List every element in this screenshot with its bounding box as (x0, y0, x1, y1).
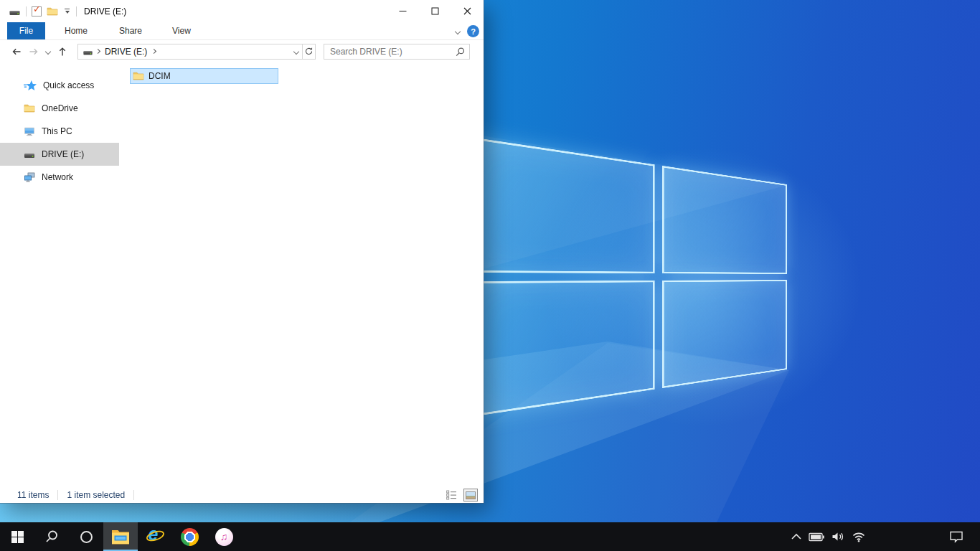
tab-home[interactable]: Home (54, 22, 98, 39)
sidebar-item-label: OneDrive (42, 103, 78, 113)
search-icon[interactable] (455, 47, 466, 57)
title-bar[interactable]: ✓ DRIVE (E:) (0, 0, 484, 22)
up-icon[interactable] (56, 46, 69, 57)
sidebar-item-label: Quick access (43, 80, 94, 90)
selection-count: 1 item selected (58, 490, 133, 500)
refresh-icon[interactable] (303, 44, 315, 59)
network-icon (24, 171, 35, 183)
sidebar-item-label: DRIVE (E:) (42, 149, 84, 159)
sidebar-item-label: This PC (42, 126, 72, 136)
windows-logo (463, 136, 787, 418)
items-count: 11 items (0, 490, 57, 500)
folder-icon (24, 103, 35, 114)
details-view-icon (446, 490, 457, 500)
wifi-icon[interactable] (852, 531, 866, 542)
hidden-icons-chevron-icon[interactable] (791, 533, 802, 540)
large-thumbnails-view-icon (466, 491, 476, 499)
taskbar-file-explorer-button[interactable] (103, 522, 138, 551)
sidebar-item-quick-access[interactable]: Quick access (0, 74, 119, 97)
itunes-icon: ♫ (215, 528, 233, 546)
tab-share[interactable]: Share (108, 22, 153, 39)
separator (133, 490, 134, 500)
action-center-icon (949, 530, 963, 543)
drive-icon (9, 6, 21, 17)
search-icon (44, 529, 59, 544)
close-button[interactable] (451, 0, 484, 22)
address-dropdown-chevron-icon[interactable] (290, 44, 302, 59)
navigation-pane: Quick access OneDrive This PC (0, 62, 119, 487)
status-bar: 11 items 1 item selected (0, 487, 484, 503)
address-bar[interactable]: DRIVE (E:) (77, 44, 316, 60)
breadcrumb-chevron-icon[interactable] (95, 49, 100, 54)
breadcrumb-chevron-icon[interactable] (151, 49, 156, 54)
windows-logo-pane (662, 166, 787, 274)
breadcrumb-drive[interactable]: DRIVE (E:) (105, 47, 147, 57)
quick-access-star-icon (24, 80, 37, 91)
search-input[interactable] (324, 44, 469, 59)
quick-access-toolbar: ✓ (0, 6, 77, 17)
navigation-bar: DRIVE (E:) (0, 40, 484, 62)
system-tray (791, 522, 866, 551)
details-view-button[interactable] (444, 489, 458, 501)
cortana-button[interactable] (69, 522, 103, 551)
itunes-button[interactable]: ♫ (207, 522, 241, 551)
recent-locations-chevron-icon[interactable] (45, 48, 51, 54)
chrome-button[interactable] (172, 522, 207, 551)
folder-icon (133, 70, 144, 82)
chrome-icon (181, 528, 199, 546)
help-icon[interactable]: ? (467, 25, 479, 37)
windows-start-icon (11, 531, 24, 543)
separator (76, 6, 77, 17)
sidebar-item-drive-e[interactable]: DRIVE (E:) (0, 143, 119, 166)
new-folder-icon[interactable] (47, 6, 58, 17)
battery-icon[interactable] (809, 532, 825, 542)
cortana-icon (80, 531, 93, 543)
customize-quick-access-icon[interactable] (63, 7, 71, 15)
expand-ribbon-chevron-icon[interactable] (455, 28, 461, 34)
drive-icon (24, 149, 35, 160)
drive-icon (83, 47, 93, 57)
thumbnails-view-button[interactable] (463, 489, 478, 501)
sidebar-item-label: Network (42, 172, 73, 182)
start-button[interactable] (0, 522, 34, 551)
file-list-pane[interactable]: DCIM (119, 62, 484, 487)
sidebar-item-this-pc[interactable]: This PC (0, 120, 119, 143)
monitor-icon (24, 126, 35, 137)
file-explorer-icon (111, 529, 130, 545)
file-item-dcim[interactable]: DCIM (130, 68, 278, 84)
maximize-button[interactable] (419, 0, 451, 22)
sidebar-item-onedrive[interactable]: OneDrive (0, 97, 119, 120)
file-explorer-window: ✓ DRIVE (E:) File Home Share (0, 0, 484, 503)
action-center-button[interactable] (944, 522, 969, 551)
properties-icon[interactable]: ✓ (32, 6, 42, 17)
file-item-label: DCIM (149, 71, 171, 81)
ribbon-tab-row: File Home Share View (0, 22, 484, 40)
taskbar-search-button[interactable] (34, 522, 69, 551)
volume-icon[interactable] (831, 531, 845, 542)
back-icon[interactable] (10, 46, 23, 57)
tab-view[interactable]: View (161, 22, 202, 39)
taskbar: e ♫ (0, 522, 980, 551)
windows-logo-pane (662, 280, 787, 388)
separator (26, 6, 27, 17)
tab-file[interactable]: File (7, 22, 45, 39)
internet-explorer-icon: e (146, 527, 165, 547)
search-box (324, 44, 470, 60)
sidebar-item-network[interactable]: Network (0, 166, 119, 189)
internet-explorer-button[interactable]: e (138, 522, 172, 551)
breadcrumb: DRIVE (E:) (93, 47, 159, 57)
forward-icon[interactable] (27, 46, 40, 57)
minimize-button[interactable] (387, 0, 419, 22)
window-title: DRIVE (E:) (84, 6, 126, 17)
